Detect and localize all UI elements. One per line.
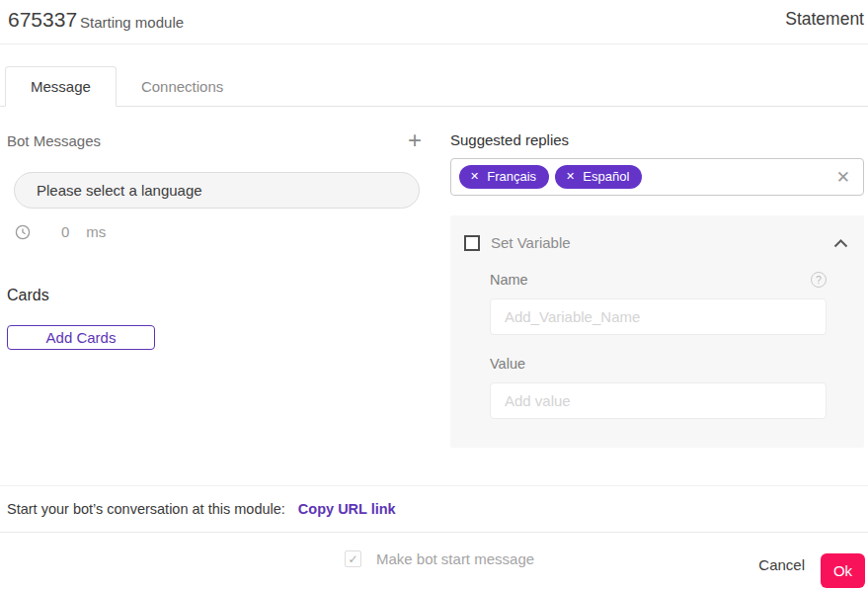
add-cards-button[interactable]: Add Cards [7,325,155,350]
delay-unit: ms [86,223,106,240]
variable-value-input[interactable] [490,382,827,419]
cancel-button[interactable]: Cancel [758,556,805,573]
variable-value-label: Value [490,356,525,372]
set-variable-checkbox[interactable] [464,235,480,251]
content-divider [0,485,868,486]
bot-message-bubble[interactable]: Please select a language [14,172,420,209]
clear-replies-icon[interactable]: ✕ [836,167,850,188]
ok-button[interactable]: Ok [821,553,865,588]
message-delay-row: 0 ms [7,223,425,240]
left-column: Bot Messages + Please select a language … [7,131,425,350]
module-id: 675337 [8,8,77,32]
reply-tag-label: Español [583,169,629,184]
start-link-row: Start your bot’s conversation at this mo… [7,501,396,517]
help-icon[interactable]: ? [811,272,827,288]
dialog-header: 675337 Starting module Statement [0,0,868,44]
make-bot-start-label: Make bot start message [376,550,534,567]
module-type: Statement [785,9,864,30]
bot-messages-title: Bot Messages [7,132,101,149]
variable-name-input[interactable] [490,298,827,335]
tab-bar: Message Connections [0,67,868,107]
remove-tag-icon[interactable]: ✕ [470,171,479,182]
copy-url-link[interactable]: Copy URL link [298,501,396,517]
reply-tag[interactable]: ✕ Español [555,165,642,189]
make-bot-start-checkbox[interactable]: ✓ [345,550,361,567]
module-name: Starting module [80,14,184,31]
suggested-replies-input[interactable]: ✕ Français ✕ Español ✕ [450,158,864,196]
tab-connections[interactable]: Connections [117,67,248,106]
add-message-icon[interactable]: + [408,131,425,149]
set-variable-panel: Set Variable Name ? Value [450,215,864,448]
dialog-footer: ✓ Make bot start message Cancel Ok [0,532,868,590]
chevron-up-icon[interactable] [833,237,848,248]
right-column: Suggested replies ✕ Français ✕ Español ✕… [450,131,864,448]
cards-title: Cards [7,287,425,304]
delay-value[interactable]: 0 [61,223,69,240]
suggested-replies-title: Suggested replies [450,131,864,148]
set-variable-title: Set Variable [491,234,571,251]
tab-message[interactable]: Message [5,66,117,107]
start-link-text: Start your bot’s conversation at this mo… [7,501,285,517]
remove-tag-icon[interactable]: ✕ [566,171,575,182]
clock-icon [15,224,31,240]
reply-tag-label: Français [487,169,536,184]
module-editor-dialog: 675337 Starting module Statement Message… [0,0,868,590]
variable-name-label: Name [490,272,528,288]
reply-tag[interactable]: ✕ Français [459,165,549,189]
